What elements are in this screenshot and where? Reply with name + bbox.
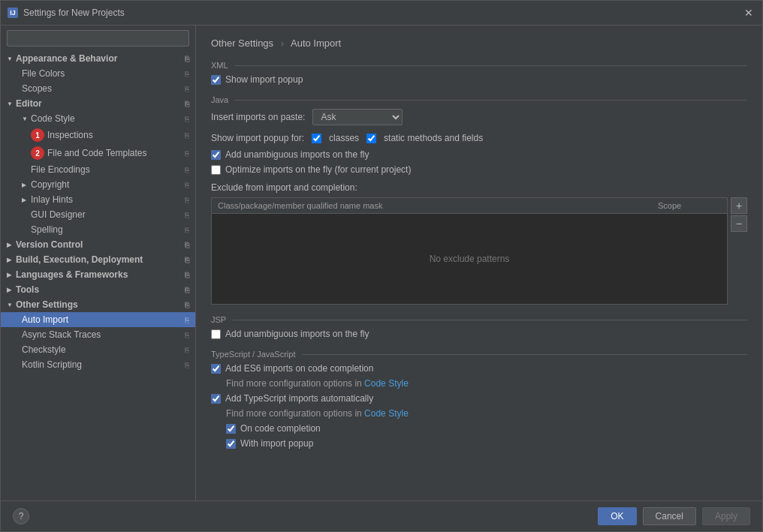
on-code-completion-row: On code completion — [211, 423, 747, 434]
with-import-popup-checkbox[interactable] — [226, 439, 236, 449]
expand-arrow: ▶ — [7, 287, 16, 293]
sidebar-label: Languages & Frameworks — [16, 269, 128, 280]
add-unambiguous-label: Add unambiguous imports on the fly — [225, 149, 369, 160]
sidebar-item-code-style[interactable]: ▼ Code Style ⎘ — [1, 111, 195, 126]
ok-button[interactable]: OK — [598, 507, 636, 525]
add-es6-checkbox[interactable] — [211, 364, 221, 374]
xml-section: XML Show import popup — [211, 61, 747, 85]
jsp-section-title: JSP — [211, 315, 226, 324]
xml-show-popup-label: Show import popup — [225, 74, 303, 85]
add-es6-label: Add ES6 imports on code completion — [225, 363, 373, 374]
expand-arrow: ▼ — [22, 116, 31, 122]
java-section-title: Java — [211, 95, 228, 104]
remove-exclude-button[interactable]: − — [731, 215, 747, 232]
sidebar-item-gui-designer[interactable]: GUI Designer ⎘ — [1, 207, 195, 222]
sidebar-item-async-stack-traces[interactable]: Async Stack Traces ⎘ — [1, 327, 195, 342]
exclude-table-header: Class/package/member qualified name mask… — [212, 198, 727, 214]
code-style-link-2[interactable]: Code Style — [364, 408, 409, 419]
svg-text:IJ: IJ — [10, 9, 16, 17]
on-code-completion-checkbox[interactable] — [226, 424, 236, 434]
sidebar-label: Scopes — [22, 83, 52, 94]
cancel-button[interactable]: Cancel — [643, 507, 696, 525]
copy-icon: ⎘ — [185, 85, 189, 93]
sidebar-item-copyright[interactable]: ▶ Copyright ⎘ — [1, 177, 195, 192]
find-more-2-row: Find more configuration options in Code … — [211, 408, 747, 419]
expand-arrow: ▼ — [7, 101, 16, 107]
add-unambiguous-checkbox[interactable] — [211, 150, 221, 160]
find-more-2-prefix: Find more configuration options in — [226, 408, 364, 419]
sidebar-item-auto-import[interactable]: Auto Import ⎘ — [1, 312, 195, 327]
sidebar-label: Copyright — [31, 179, 69, 190]
copy-icon: ⎘ — [185, 361, 189, 369]
jsp-add-unambiguous-checkbox[interactable] — [211, 329, 221, 339]
classes-checkbox[interactable] — [312, 134, 321, 143]
copy-icon: ⎘ — [185, 131, 189, 140]
sidebar-item-file-colors[interactable]: File Colors ⎘ — [1, 66, 195, 81]
java-section: Java Insert imports on paste: Ask Always… — [211, 95, 747, 305]
exclude-col-scope: Scope — [652, 198, 727, 213]
expand-arrow: ▶ — [7, 242, 16, 248]
sidebar-label: Checkstyle — [22, 344, 66, 355]
find-more-1-row: Find more configuration options in Code … — [211, 378, 747, 389]
java-section-line — [234, 100, 747, 101]
sidebar-label: Other Settings — [16, 299, 78, 310]
copy-icon: ⎘ — [185, 115, 189, 123]
typescript-section-title: TypeScript / JavaScript — [211, 350, 296, 359]
exclude-wrapper: Class/package/member qualified name mask… — [211, 197, 747, 305]
sidebar-item-checkstyle[interactable]: Checkstyle ⎘ — [1, 342, 195, 357]
add-typescript-label: Add TypeScript imports automatically — [225, 393, 373, 404]
find-more-1-prefix: Find more configuration options in — [226, 378, 364, 389]
static-methods-label: static methods and fields — [384, 133, 483, 143]
sidebar-item-other-settings[interactable]: ▼ Other Settings ⎘ — [1, 297, 195, 312]
with-import-popup-row: With import popup — [211, 438, 747, 449]
sidebar-item-tools[interactable]: ▶ Tools ⎘ — [1, 282, 195, 297]
copy-icon: ⎘ — [185, 149, 189, 158]
copy-icon: ⎘ — [185, 70, 189, 78]
optimize-imports-checkbox[interactable] — [211, 165, 221, 175]
exclude-col-name: Class/package/member qualified name mask — [212, 198, 652, 213]
jsp-section-line — [232, 320, 747, 320]
sidebar-label: Version Control — [16, 239, 83, 250]
expand-arrow: ▶ — [7, 257, 16, 263]
insert-imports-select[interactable]: Ask Always Never — [312, 109, 403, 125]
badge-1: 1 — [31, 128, 44, 142]
copy-icon: ⎘ — [185, 301, 189, 309]
add-typescript-checkbox[interactable] — [211, 394, 221, 404]
close-button[interactable]: ✕ — [741, 5, 756, 20]
sidebar-item-kotlin-scripting[interactable]: Kotlin Scripting ⎘ — [1, 357, 195, 372]
copy-icon: ⎘ — [185, 316, 189, 324]
help-button[interactable]: ? — [13, 508, 29, 524]
copy-icon: ⎘ — [185, 211, 189, 219]
sidebar-label: Inlay Hints — [31, 194, 73, 205]
sidebar-item-file-code-templates[interactable]: 2 File and Code Templates ⎘ — [1, 144, 195, 162]
exclude-actions: + − — [731, 197, 747, 233]
sidebar-item-inlay-hints[interactable]: ▶ Inlay Hints ⎘ — [1, 192, 195, 207]
sidebar-label: GUI Designer — [31, 209, 86, 220]
insert-imports-row: Insert imports on paste: Ask Always Neve… — [211, 109, 747, 125]
add-es6-row: Add ES6 imports on code completion — [211, 363, 747, 374]
sidebar-label: File Colors — [22, 68, 65, 79]
sidebar-item-inspections[interactable]: 1 Inspections ⎘ — [1, 126, 195, 144]
sidebar-item-spelling[interactable]: Spelling ⎘ — [1, 222, 195, 237]
breadcrumb-parent: Other Settings — [211, 38, 273, 49]
expand-arrow: ▶ — [22, 197, 31, 203]
xml-show-popup-checkbox[interactable] — [211, 75, 221, 85]
search-input[interactable] — [7, 30, 189, 47]
copy-icon: ⎘ — [185, 226, 189, 234]
static-methods-checkbox[interactable] — [366, 134, 376, 143]
apply-button[interactable]: Apply — [702, 507, 750, 525]
sidebar-item-languages[interactable]: ▶ Languages & Frameworks ⎘ — [1, 267, 195, 282]
sidebar-item-version-control[interactable]: ▶ Version Control ⎘ — [1, 237, 195, 252]
add-exclude-button[interactable]: + — [731, 197, 747, 214]
sidebar-item-file-encodings[interactable]: File Encodings ⎘ — [1, 162, 195, 177]
sidebar-item-editor[interactable]: ▼ Editor ⎘ — [1, 96, 195, 111]
sidebar-label: Code Style — [31, 113, 75, 124]
code-style-link-1[interactable]: Code Style — [364, 378, 409, 389]
sidebar-item-scopes[interactable]: Scopes ⎘ — [1, 81, 195, 96]
typescript-section-header: TypeScript / JavaScript — [211, 350, 747, 359]
sidebar-item-appearance[interactable]: ▼ Appearance & Behavior ⎘ — [1, 51, 195, 66]
sidebar-label: Kotlin Scripting — [22, 359, 82, 370]
sidebar-label: Build, Execution, Deployment — [16, 254, 143, 265]
content-panel: Other Settings › Auto Import XML Show im… — [196, 26, 762, 500]
sidebar-item-build[interactable]: ▶ Build, Execution, Deployment ⎘ — [1, 252, 195, 267]
